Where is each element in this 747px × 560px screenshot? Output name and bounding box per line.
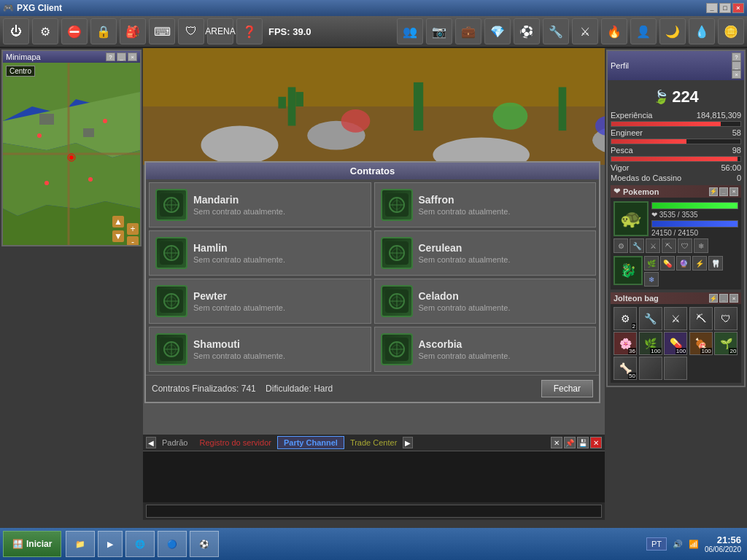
bag-item-9[interactable]: 🍖100 (689, 332, 713, 355)
pokeball-icon[interactable]: ⚽ (514, 18, 540, 44)
bag-minimize-button[interactable]: _ (719, 294, 728, 303)
svg-rect-29 (288, 88, 296, 126)
chat-prev-button[interactable]: ◀ (146, 437, 156, 448)
contracts-close-button[interactable]: Fechar (541, 380, 593, 397)
bag-icon[interactable]: 🎒 (120, 18, 146, 44)
contract-item-7[interactable]: Shamouti Sem contrato atualmente. (149, 327, 371, 372)
bag-item-5[interactable]: 🛡 (714, 307, 738, 330)
close-button[interactable]: × (732, 3, 744, 13)
pokemon-close-button[interactable]: × (729, 187, 738, 196)
pokemon-action-2[interactable]: 🔧 (630, 238, 644, 253)
bag-item-8[interactable]: 💊100 (664, 332, 687, 355)
exp-bar-fill (652, 221, 738, 227)
exp-bar-bg (651, 220, 738, 228)
contract-item-8[interactable]: Ascorbia Sem contrato atualmente. (374, 327, 597, 372)
contracts-dialog: Contratos Mandarin Sem contrato atualmen… (144, 161, 600, 403)
profile-minimize-button[interactable]: _ (732, 61, 741, 70)
shield-icon[interactable]: 🛡 (178, 18, 204, 44)
chat-lock-button[interactable]: 📌 (564, 437, 576, 448)
bag-item-11[interactable]: 🦴50 (614, 357, 637, 380)
water-icon[interactable]: 💧 (689, 18, 715, 44)
minimap-minimize-button[interactable]: _ (117, 52, 126, 61)
tools-icon[interactable]: 🔧 (543, 18, 569, 44)
start-button[interactable]: 🪟 Iniciar (3, 531, 61, 557)
volume-icon[interactable]: 📶 (689, 540, 699, 549)
chat-save-button[interactable]: 💾 (577, 437, 589, 448)
sword-icon[interactable]: ⚔ (572, 18, 598, 44)
taskbar-item-ie[interactable]: 🌐 (125, 531, 155, 557)
coin-icon[interactable]: 🪙 (718, 18, 744, 44)
chat-close-button[interactable]: ✕ (590, 437, 602, 448)
bag-section-header: Jolteon bag ⚡ _ × (611, 292, 741, 304)
photo-icon[interactable]: 📷 (426, 18, 452, 44)
engineer-row: Engineer 58 (611, 128, 741, 137)
speaker-icon[interactable]: 🔊 (673, 540, 683, 549)
pokemon2-action-3[interactable]: 🔮 (676, 256, 691, 271)
fire-icon[interactable]: 🔥 (601, 18, 627, 44)
pokemon2-action-6[interactable]: ❄ (644, 272, 659, 287)
taskbar-item-pokeball[interactable]: ⚽ (190, 531, 219, 557)
chat-tab-server[interactable]: Registro do servidor (193, 437, 276, 448)
settings-icon[interactable]: ⚙ (32, 18, 58, 44)
maximize-button[interactable]: □ (719, 3, 731, 13)
taskbar-item-explorer[interactable]: 📁 (66, 531, 95, 557)
minimap-close-button[interactable]: × (128, 52, 137, 61)
help-icon[interactable]: ❓ (236, 18, 263, 44)
pokemon-sprite-area: 🐢 ❤ 3535 / 3535 (614, 201, 738, 237)
arena-icon[interactable]: ARENA (207, 18, 233, 44)
party-icon[interactable]: 👥 (397, 18, 423, 44)
moon-icon[interactable]: 🌙 (659, 18, 686, 44)
bag-item-13[interactable] (664, 357, 687, 380)
bag-item-12[interactable] (639, 357, 662, 380)
bag-item-3[interactable]: ⚔ (664, 307, 687, 330)
pokemon2-action-2[interactable]: 💊 (660, 256, 675, 271)
items-icon[interactable]: 💼 (455, 18, 481, 44)
chat-input[interactable] (146, 505, 602, 518)
profile-help-button[interactable]: ? (732, 52, 741, 61)
taskbar-item-media[interactable]: ▶ (98, 531, 123, 557)
bag-item-6[interactable]: 🌸36 (614, 332, 637, 355)
chat-tab-padrao[interactable]: Padrão (156, 437, 193, 448)
pokemon2-action-1[interactable]: 🌿 (644, 256, 659, 271)
contract-item-3[interactable]: Hamlin Sem contrato atualmente. (149, 230, 371, 276)
taskbar-item-chrome[interactable]: 🔵 (158, 531, 187, 557)
stop-icon[interactable]: ⛔ (61, 18, 88, 44)
contracts-footer-text: Contratos Finalizados: 741 Dificuldade: … (152, 384, 333, 394)
lock-icon[interactable]: 🔒 (90, 18, 117, 44)
bag-action-button[interactable]: ⚡ (709, 294, 718, 303)
chat-next-button[interactable]: ▶ (403, 437, 413, 448)
profile-close-button[interactable]: × (732, 70, 741, 79)
contract-item-1[interactable]: Mandarin Sem contrato atualmente. (149, 182, 371, 228)
pokemon-action-6[interactable]: ❄ (694, 238, 708, 253)
contract-item-2[interactable]: Saffron Sem contrato atualmente. (374, 182, 597, 228)
bag-close-button[interactable]: × (729, 294, 738, 303)
pokemon2-action-4[interactable]: ⚡ (692, 256, 707, 271)
pokemon2-action-5[interactable]: 🦷 (708, 256, 723, 271)
bag-item-10[interactable]: 🌱20 (714, 332, 738, 355)
bag-item-2[interactable]: 🔧 (639, 307, 662, 330)
contract-item-6[interactable]: Celadon Sem contrato atualmente. (374, 279, 597, 324)
chat-tab-trade[interactable]: Trade Center (344, 437, 403, 448)
contract-item-4[interactable]: Cerulean Sem contrato atualmente. (374, 230, 597, 276)
chat-detach-button[interactable]: ✕ (551, 437, 562, 448)
toolbar: ⏻ ⚙ ⛔ 🔒 🎒 ⌨ 🛡 ARENA ❓ FPS: 39.0 👥 📷 💼 💎 … (0, 16, 747, 48)
bag-item-7[interactable]: 🌿100 (639, 332, 662, 355)
pokemon-action-3[interactable]: ⚔ (646, 238, 660, 253)
pokemon-action-1[interactable]: ⚙ (614, 238, 628, 253)
contract-item-5[interactable]: Pewter Sem contrato atualmente. (149, 279, 371, 324)
gem-icon[interactable]: 💎 (484, 18, 511, 44)
pokemon-action-5[interactable]: 🛡 (678, 238, 692, 253)
power-icon[interactable]: ⏻ (3, 18, 29, 44)
pokemon-action-button[interactable]: ⚡ (709, 187, 718, 196)
chat-tab-party[interactable]: Party Channel (277, 436, 344, 449)
minimap-help-button[interactable]: ? (106, 52, 115, 61)
pokemon-minimize-button[interactable]: _ (719, 187, 728, 196)
minimize-button[interactable]: _ (706, 3, 718, 13)
experiencia-value: 184,815,309 (697, 111, 741, 120)
bag-item-1[interactable]: ⚙2 (614, 307, 637, 330)
trainer-icon[interactable]: 👤 (630, 18, 657, 44)
keyboard-icon[interactable]: ⌨ (149, 18, 175, 44)
pokemon-action-4[interactable]: ⛏ (662, 238, 676, 253)
bag-item-4[interactable]: ⛏ (689, 307, 713, 330)
lang-button[interactable]: PT (646, 537, 667, 551)
